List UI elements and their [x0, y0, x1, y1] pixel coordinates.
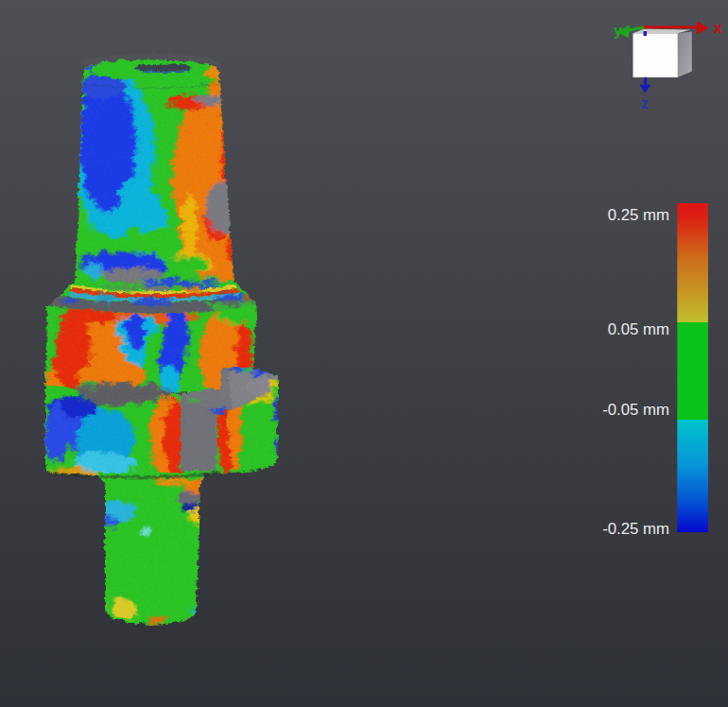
svg-text:0.25 mm: 0.25 mm — [608, 206, 669, 224]
svg-text:-0.25 mm: -0.25 mm — [602, 520, 669, 538]
svg-text:-0.05 mm: -0.05 mm — [602, 401, 669, 419]
svg-text:z: z — [641, 95, 649, 112]
svg-text:0.05 mm: 0.05 mm — [608, 320, 669, 338]
svg-text:x: x — [714, 20, 722, 36]
